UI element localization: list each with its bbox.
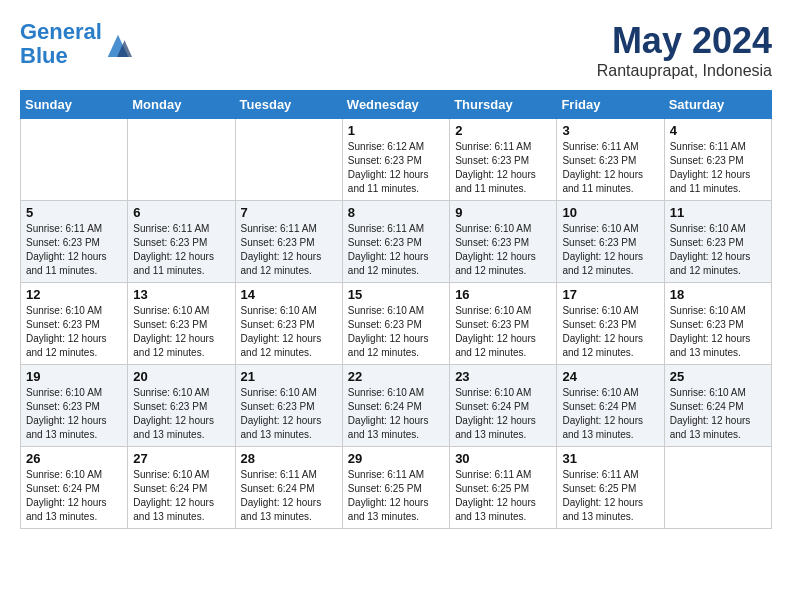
day-number: 16: [455, 287, 551, 302]
day-info: Sunrise: 6:11 AM Sunset: 6:23 PM Dayligh…: [348, 222, 444, 278]
day-info: Sunrise: 6:10 AM Sunset: 6:23 PM Dayligh…: [26, 386, 122, 442]
weekday-header: Monday: [128, 91, 235, 119]
day-info: Sunrise: 6:10 AM Sunset: 6:23 PM Dayligh…: [133, 304, 229, 360]
day-info: Sunrise: 6:11 AM Sunset: 6:23 PM Dayligh…: [241, 222, 337, 278]
calendar-cell: 31Sunrise: 6:11 AM Sunset: 6:25 PM Dayli…: [557, 447, 664, 529]
calendar-cell: 8Sunrise: 6:11 AM Sunset: 6:23 PM Daylig…: [342, 201, 449, 283]
day-number: 20: [133, 369, 229, 384]
day-number: 19: [26, 369, 122, 384]
day-info: Sunrise: 6:11 AM Sunset: 6:23 PM Dayligh…: [670, 140, 766, 196]
calendar-week-row: 26Sunrise: 6:10 AM Sunset: 6:24 PM Dayli…: [21, 447, 772, 529]
calendar-cell: 18Sunrise: 6:10 AM Sunset: 6:23 PM Dayli…: [664, 283, 771, 365]
day-info: Sunrise: 6:10 AM Sunset: 6:24 PM Dayligh…: [26, 468, 122, 524]
day-info: Sunrise: 6:10 AM Sunset: 6:23 PM Dayligh…: [348, 304, 444, 360]
calendar-cell: 13Sunrise: 6:10 AM Sunset: 6:23 PM Dayli…: [128, 283, 235, 365]
calendar-week-row: 5Sunrise: 6:11 AM Sunset: 6:23 PM Daylig…: [21, 201, 772, 283]
weekday-header: Wednesday: [342, 91, 449, 119]
page-header: General Blue May 2024 Rantauprapat, Indo…: [20, 20, 772, 80]
calendar-cell: 11Sunrise: 6:10 AM Sunset: 6:23 PM Dayli…: [664, 201, 771, 283]
day-info: Sunrise: 6:10 AM Sunset: 6:23 PM Dayligh…: [26, 304, 122, 360]
calendar-cell: 17Sunrise: 6:10 AM Sunset: 6:23 PM Dayli…: [557, 283, 664, 365]
calendar-cell: 24Sunrise: 6:10 AM Sunset: 6:24 PM Dayli…: [557, 365, 664, 447]
logo-line1: General: [20, 19, 102, 44]
day-info: Sunrise: 6:11 AM Sunset: 6:23 PM Dayligh…: [26, 222, 122, 278]
day-number: 11: [670, 205, 766, 220]
day-info: Sunrise: 6:10 AM Sunset: 6:24 PM Dayligh…: [133, 468, 229, 524]
month-title: May 2024: [597, 20, 772, 62]
calendar-header-row: SundayMondayTuesdayWednesdayThursdayFrid…: [21, 91, 772, 119]
day-number: 12: [26, 287, 122, 302]
title-block: May 2024 Rantauprapat, Indonesia: [597, 20, 772, 80]
day-number: 5: [26, 205, 122, 220]
calendar-cell: 12Sunrise: 6:10 AM Sunset: 6:23 PM Dayli…: [21, 283, 128, 365]
day-info: Sunrise: 6:10 AM Sunset: 6:23 PM Dayligh…: [241, 304, 337, 360]
day-info: Sunrise: 6:10 AM Sunset: 6:23 PM Dayligh…: [455, 222, 551, 278]
day-info: Sunrise: 6:11 AM Sunset: 6:24 PM Dayligh…: [241, 468, 337, 524]
logo: General Blue: [20, 20, 132, 68]
day-number: 13: [133, 287, 229, 302]
logo-line2: Blue: [20, 43, 68, 68]
calendar-cell: 2Sunrise: 6:11 AM Sunset: 6:23 PM Daylig…: [450, 119, 557, 201]
day-info: Sunrise: 6:11 AM Sunset: 6:23 PM Dayligh…: [455, 140, 551, 196]
day-info: Sunrise: 6:10 AM Sunset: 6:23 PM Dayligh…: [670, 222, 766, 278]
calendar-cell: 30Sunrise: 6:11 AM Sunset: 6:25 PM Dayli…: [450, 447, 557, 529]
day-number: 26: [26, 451, 122, 466]
calendar-cell: [21, 119, 128, 201]
day-info: Sunrise: 6:11 AM Sunset: 6:25 PM Dayligh…: [455, 468, 551, 524]
day-number: 3: [562, 123, 658, 138]
calendar-cell: 6Sunrise: 6:11 AM Sunset: 6:23 PM Daylig…: [128, 201, 235, 283]
day-number: 10: [562, 205, 658, 220]
day-number: 17: [562, 287, 658, 302]
day-number: 29: [348, 451, 444, 466]
day-info: Sunrise: 6:11 AM Sunset: 6:23 PM Dayligh…: [562, 140, 658, 196]
calendar-week-row: 12Sunrise: 6:10 AM Sunset: 6:23 PM Dayli…: [21, 283, 772, 365]
calendar-cell: 26Sunrise: 6:10 AM Sunset: 6:24 PM Dayli…: [21, 447, 128, 529]
day-number: 25: [670, 369, 766, 384]
day-number: 4: [670, 123, 766, 138]
calendar-cell: 10Sunrise: 6:10 AM Sunset: 6:23 PM Dayli…: [557, 201, 664, 283]
calendar-cell: 29Sunrise: 6:11 AM Sunset: 6:25 PM Dayli…: [342, 447, 449, 529]
calendar-cell: 3Sunrise: 6:11 AM Sunset: 6:23 PM Daylig…: [557, 119, 664, 201]
day-number: 8: [348, 205, 444, 220]
day-info: Sunrise: 6:10 AM Sunset: 6:24 PM Dayligh…: [455, 386, 551, 442]
day-number: 23: [455, 369, 551, 384]
day-info: Sunrise: 6:11 AM Sunset: 6:23 PM Dayligh…: [133, 222, 229, 278]
day-info: Sunrise: 6:11 AM Sunset: 6:25 PM Dayligh…: [562, 468, 658, 524]
day-info: Sunrise: 6:10 AM Sunset: 6:23 PM Dayligh…: [455, 304, 551, 360]
calendar-cell: 20Sunrise: 6:10 AM Sunset: 6:23 PM Dayli…: [128, 365, 235, 447]
calendar-cell: 1Sunrise: 6:12 AM Sunset: 6:23 PM Daylig…: [342, 119, 449, 201]
calendar-cell: 21Sunrise: 6:10 AM Sunset: 6:23 PM Dayli…: [235, 365, 342, 447]
calendar-cell: 22Sunrise: 6:10 AM Sunset: 6:24 PM Dayli…: [342, 365, 449, 447]
day-number: 24: [562, 369, 658, 384]
day-info: Sunrise: 6:10 AM Sunset: 6:23 PM Dayligh…: [562, 222, 658, 278]
calendar-cell: 9Sunrise: 6:10 AM Sunset: 6:23 PM Daylig…: [450, 201, 557, 283]
day-number: 30: [455, 451, 551, 466]
day-info: Sunrise: 6:10 AM Sunset: 6:24 PM Dayligh…: [670, 386, 766, 442]
day-number: 7: [241, 205, 337, 220]
calendar-cell: 4Sunrise: 6:11 AM Sunset: 6:23 PM Daylig…: [664, 119, 771, 201]
calendar-week-row: 1Sunrise: 6:12 AM Sunset: 6:23 PM Daylig…: [21, 119, 772, 201]
day-number: 15: [348, 287, 444, 302]
calendar-cell: 23Sunrise: 6:10 AM Sunset: 6:24 PM Dayli…: [450, 365, 557, 447]
weekday-header: Sunday: [21, 91, 128, 119]
calendar-cell: 27Sunrise: 6:10 AM Sunset: 6:24 PM Dayli…: [128, 447, 235, 529]
location-label: Rantauprapat, Indonesia: [597, 62, 772, 80]
calendar-cell: 16Sunrise: 6:10 AM Sunset: 6:23 PM Dayli…: [450, 283, 557, 365]
day-number: 28: [241, 451, 337, 466]
calendar-table: SundayMondayTuesdayWednesdayThursdayFrid…: [20, 90, 772, 529]
day-info: Sunrise: 6:10 AM Sunset: 6:23 PM Dayligh…: [562, 304, 658, 360]
day-number: 1: [348, 123, 444, 138]
weekday-header: Tuesday: [235, 91, 342, 119]
day-number: 21: [241, 369, 337, 384]
day-info: Sunrise: 6:10 AM Sunset: 6:24 PM Dayligh…: [348, 386, 444, 442]
day-info: Sunrise: 6:10 AM Sunset: 6:24 PM Dayligh…: [562, 386, 658, 442]
day-number: 9: [455, 205, 551, 220]
day-number: 31: [562, 451, 658, 466]
calendar-cell: [664, 447, 771, 529]
day-number: 6: [133, 205, 229, 220]
calendar-cell: 5Sunrise: 6:11 AM Sunset: 6:23 PM Daylig…: [21, 201, 128, 283]
weekday-header: Saturday: [664, 91, 771, 119]
day-info: Sunrise: 6:10 AM Sunset: 6:23 PM Dayligh…: [133, 386, 229, 442]
calendar-cell: 19Sunrise: 6:10 AM Sunset: 6:23 PM Dayli…: [21, 365, 128, 447]
day-info: Sunrise: 6:10 AM Sunset: 6:23 PM Dayligh…: [670, 304, 766, 360]
